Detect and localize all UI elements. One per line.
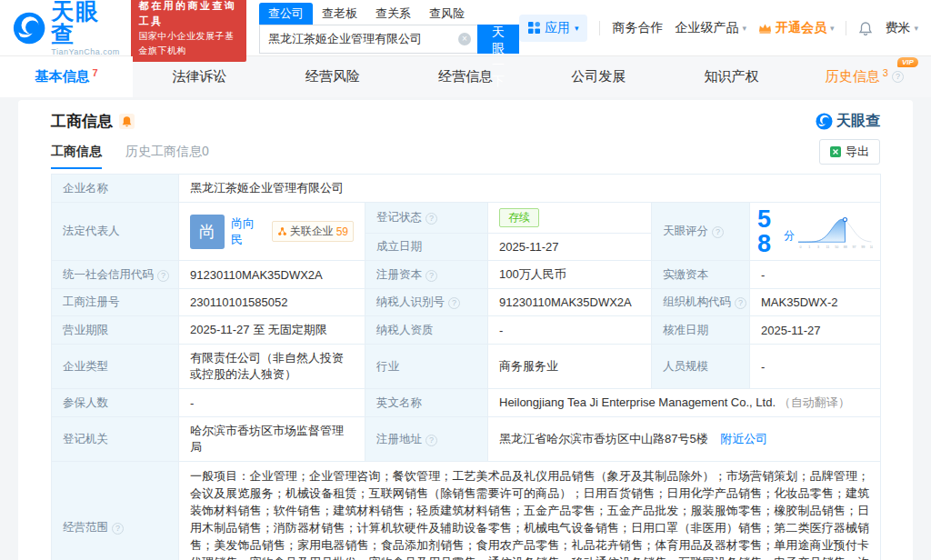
monitor-bell-icon[interactable] (119, 114, 135, 129)
chevron-down-icon: ▾ (742, 24, 746, 33)
nav-business-cooperation[interactable]: 商务合作 (612, 20, 663, 36)
credit-code: 91230110MAK35DWX2A (190, 268, 323, 282)
tab-label: 经营信息 (438, 68, 493, 85)
table-row: 工商注册号 230110101585052 纳税人识别号? 91230110MA… (52, 289, 881, 316)
help-icon: ? (448, 297, 460, 309)
svg-text:50: 50 (835, 245, 838, 248)
taxpayer-qual: - (499, 324, 503, 337)
table-row: 经营范围? 一般项目：企业管理；企业管理咨询；餐饮管理；工艺美术品及礼仪用品销售… (52, 462, 881, 560)
status-badge: 存续 (499, 208, 539, 227)
section-title: 工商信息 (51, 111, 113, 132)
org-code-label: 组织机构代码 (663, 295, 731, 308)
scope-label: 经营范围 (63, 521, 108, 534)
tianyancha-logo[interactable]: 天眼查 TianYanCha.com (13, 0, 122, 56)
table-row: 统一社会信用代码? 91230110MAK35DWX2A 注册资本? 100万人… (52, 261, 881, 289)
reg-capital-label: 注册资本 (376, 268, 422, 281)
tianyancha-watermark: 天眼查 (816, 112, 880, 131)
user-menu[interactable]: 费米 ▾ (885, 20, 918, 36)
subtab-row: 工商信息 历史工商信息0 导出 (51, 139, 880, 169)
svg-text:100: 100 (870, 245, 873, 248)
tab-legal-proceedings[interactable]: 法律诉讼 (133, 56, 265, 97)
related-companies-badge[interactable]: 关联企业 59 (272, 221, 354, 242)
tab-company-development[interactable]: 公司发展 (532, 56, 665, 97)
tab-intellectual-property[interactable]: 知识产权 (665, 56, 797, 97)
tab-history-info[interactable]: 历史信息3?VIP (798, 56, 931, 97)
tab-basic-info[interactable]: 基本信息7 (0, 56, 133, 97)
help-icon: ? (425, 435, 437, 446)
english-name: Heilongjiang Tea Ji Enterprise Managemen… (499, 395, 776, 409)
help-icon: ? (425, 270, 437, 282)
staff-size: - (761, 360, 765, 374)
search-type-tabs: 查公司查老板查关系查风险 (259, 3, 519, 25)
excel-export-icon (830, 146, 841, 157)
authority-label: 登记机关 (63, 433, 108, 445)
reg-address: 黑龙江省哈尔滨市香坊区中山路87号5楼 (499, 432, 708, 445)
chevron-down-icon: ▾ (914, 24, 918, 33)
nav-enterprise-products[interactable]: 企业级产品 ▾ (675, 20, 746, 36)
svg-text:97: 97 (853, 245, 856, 248)
help-icon: ? (712, 226, 724, 238)
divider (846, 21, 846, 35)
svg-text:99: 99 (861, 245, 865, 248)
taxpayer-id-label: 纳税人识别号 (376, 295, 445, 308)
subtab-history-business-info[interactable]: 历史工商信息0 (125, 144, 209, 169)
tab-business-risk[interactable]: 经营风险 (266, 56, 399, 97)
est-date-label: 成立日期 (376, 240, 422, 253)
search-tab-boss[interactable]: 查老板 (313, 3, 366, 25)
nearby-companies-link[interactable]: 附近公司 (720, 432, 767, 445)
term-label: 营业期限 (63, 324, 108, 336)
table-row: 营业期限 2025-11-27 至 无固定期限 纳税人资质 - 核准日期 202… (52, 316, 881, 345)
legal-rep-label: 法定代表人 (63, 225, 120, 237)
table-row: 企业名称 黑龙江茶姬企业管理有限公司 (52, 175, 881, 203)
search-input[interactable] (259, 25, 477, 54)
table-row: 企业类型 有限责任公司（非自然人投资或控股的法人独资） 行业 商务服务业 人员规… (52, 345, 881, 389)
paid-capital-label: 实缴资本 (663, 268, 708, 281)
tianyancha-logo-icon (13, 11, 45, 45)
address-label: 注册地址 (376, 433, 422, 445)
global-search: 查公司查老板查关系查风险 × 天眼一下 (259, 3, 519, 54)
enterprise-label: 企业级产品 (675, 20, 738, 36)
svg-text:88: 88 (844, 245, 847, 248)
top-header: 天眼查 TianYanCha.com 都在用的商业查询工具 国家中小企业发展子基… (0, 0, 931, 56)
nav-open-vip[interactable]: 开通会员 ▾ (758, 20, 835, 36)
chevron-down-icon: ▾ (830, 24, 835, 33)
promo-banner-line2: 国家中小企业发展子基金旗下机构 (139, 29, 238, 57)
score-label: 天眼评分 (663, 225, 708, 237)
reg-number-label: 工商注册号 (63, 295, 120, 308)
business-info-card: 工商信息 天眼查 工商信息 历史工商信息0 导出 (18, 100, 913, 560)
related-companies-count: 59 (336, 225, 348, 238)
search-tab-risk[interactable]: 查风险 (420, 3, 474, 25)
export-button[interactable]: 导出 (819, 139, 880, 165)
tab-label: 基本信息 (35, 68, 90, 85)
tab-label: 知识产权 (705, 68, 759, 85)
reg-number: 230110101585052 (190, 295, 288, 309)
apps-menu[interactable]: 应用 ▾ (519, 15, 588, 42)
tianyancha-watermark-icon (816, 113, 833, 130)
search-tab-company[interactable]: 查公司 (259, 3, 313, 25)
taxpayer-qual-label: 纳税人资质 (376, 324, 434, 336)
tab-business-info[interactable]: 经营信息 (399, 56, 532, 97)
legal-rep-link[interactable]: 尚向民 (231, 215, 265, 248)
crown-icon (758, 23, 772, 34)
table-row: 登记机关 哈尔滨市香坊区市场监督管理局 注册地址? 黑龙江省哈尔滨市香坊区中山路… (52, 417, 881, 462)
subtab-business-info[interactable]: 工商信息 (51, 144, 102, 169)
svg-text:1: 1 (808, 245, 810, 248)
insured-label: 参保人数 (63, 396, 108, 409)
help-icon: ? (112, 523, 124, 535)
tab-label: 法律诉讼 (172, 68, 226, 85)
apps-label: 应用 (545, 20, 570, 36)
credit-code-label: 统一社会信用代码 (63, 268, 154, 281)
open-vip-label: 开通会员 (776, 20, 826, 36)
clear-search-icon[interactable]: × (458, 33, 471, 45)
search-tab-relation[interactable]: 查关系 (366, 3, 420, 25)
reg-status-label: 登记状态 (376, 211, 422, 224)
top-nav: 应用 ▾ 商务合作 企业级产品 ▾ 开通会员 ▾ 费米 ▾ (519, 15, 918, 42)
notifications-button[interactable] (858, 21, 873, 35)
promo-banner-line1: 都在用的商业查询工具 (139, 0, 238, 29)
search-button[interactable]: 天眼一下 (477, 25, 519, 54)
insured-count: - (190, 396, 194, 410)
english-name-label: 英文名称 (376, 396, 422, 409)
tab-label: 经营风险 (305, 68, 360, 85)
approval-date-label: 核准日期 (663, 324, 708, 336)
business-info-table: 企业名称 黑龙江茶姬企业管理有限公司 法定代表人 尚 尚向民 关联企业 59 (51, 174, 881, 560)
